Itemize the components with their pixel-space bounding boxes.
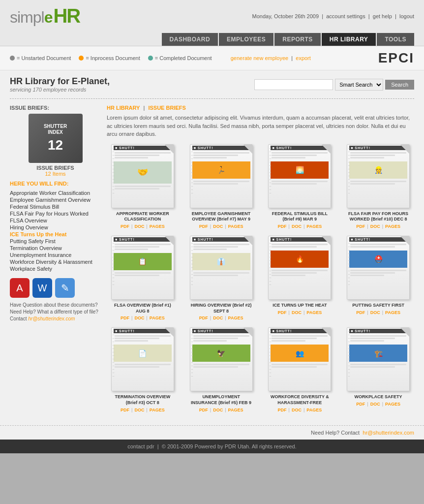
doc-thumb-workplace-safety[interactable]: ■ SHUTT! 🏗️	[347, 327, 410, 391]
doc-doc-unemployment[interactable]: DOC	[213, 408, 223, 412]
doc-thumb-hiring[interactable]: ■ SHUTT! 👔	[190, 236, 253, 300]
footer-help-email[interactable]: hr@shutterindex.com	[363, 430, 414, 436]
doc-links-flsa-fair: PDF | DOC | PAGES	[356, 224, 400, 229]
doc-card-termination: ■ SHUTT! 📄 TERMINATION OVERVIEW (Brief #…	[107, 327, 179, 412]
legend-completed-text: = Completed Document	[155, 55, 212, 61]
sidebar-link-worker[interactable]: Appropriate Worker Classification	[10, 189, 101, 196]
legend-links: generate new employee | export	[231, 55, 311, 61]
sidebar: ISSUE BRIEFS: SHUTTERINDEX 12 ISSUE BRIE…	[10, 105, 101, 419]
sidebar-link-flsa-fair[interactable]: FLSA Fair Pay for Hours Worked	[10, 210, 101, 217]
sidebar-link-hiring[interactable]: Hiring Overview	[10, 224, 101, 231]
doc-pages-stimulus[interactable]: PAGES	[306, 224, 322, 229]
doc-thumb-worker[interactable]: ■ SHUTT! 🤝	[111, 144, 174, 208]
doc-doc-stimulus[interactable]: DOC	[292, 224, 302, 229]
doc-pages-workplace-safety[interactable]: PAGES	[385, 402, 400, 407]
sidebar-link-garnishment[interactable]: Employee Garnishment Overview	[10, 196, 101, 203]
doc-pdf-workplace-safety[interactable]: PDF	[356, 402, 365, 407]
library-title: HR Library for E-Planet, servicing 170 e…	[10, 76, 110, 93]
nav-employees[interactable]: EMPLOYEES	[219, 33, 273, 46]
doc-pdf-putting-safety[interactable]: PDF	[356, 310, 365, 315]
pages-icon[interactable]: ✎	[55, 278, 75, 298]
doc-links-diversity: PDF | DOC | PAGES	[278, 408, 322, 412]
nav-dashboard[interactable]: DASHBOARD	[162, 33, 218, 46]
doc-pages-worker[interactable]: PAGES	[150, 224, 165, 229]
thumb-box-num: 12	[48, 137, 63, 153]
doc-doc-flsa-fair[interactable]: DOC	[370, 224, 380, 229]
doc-pdf-garnishment[interactable]: PDF	[199, 224, 208, 229]
doc-pdf-hiring[interactable]: PDF	[199, 315, 208, 320]
sidebar-link-unemployment[interactable]: Unemployment Insurance	[10, 252, 101, 258]
nav-reports[interactable]: REPORTS	[274, 33, 321, 46]
doc-pages-unemployment[interactable]: PAGES	[228, 408, 243, 412]
footer-copyright: © 2001-2009 Powered by PDR Utah. All rig…	[162, 443, 297, 449]
breadcrumb-hr-library[interactable]: HR LIBRARY	[107, 105, 140, 111]
footer-contact-link[interactable]: contact pdr	[127, 443, 154, 449]
doc-links-stimulus: PDF | DOC | PAGES	[278, 224, 322, 229]
doc-thumb-garnishment[interactable]: ■ SHUTT! 🏃	[190, 144, 253, 208]
pdf-icon[interactable]: A	[10, 278, 30, 298]
sidebar-link-ice[interactable]: ICE Turns Up the Heat	[10, 231, 101, 238]
export-link[interactable]: export	[296, 55, 311, 61]
doc-pages-flsa[interactable]: PAGES	[150, 315, 165, 320]
doc-doc-workplace-safety[interactable]: DOC	[370, 402, 380, 407]
doc-doc-putting-safety[interactable]: DOC	[370, 310, 380, 315]
subheader: = Unstarted Document = Inprocess Documen…	[0, 46, 424, 70]
doc-doc-garnishment[interactable]: DOC	[213, 224, 223, 229]
generate-link[interactable]: generate new employee	[231, 55, 288, 61]
doc-pages-putting-safety[interactable]: PAGES	[385, 310, 400, 315]
doc-pages-ice[interactable]: PAGES	[306, 310, 322, 315]
doc-pages-hiring[interactable]: PAGES	[228, 315, 243, 320]
doc-pdf-ice[interactable]: PDF	[278, 310, 287, 315]
logout-link[interactable]: logout	[399, 13, 414, 19]
doc-thumb-unemployment[interactable]: ■ SHUTT! 🦅	[190, 327, 253, 391]
search-input[interactable]	[254, 79, 333, 90]
thumb-box[interactable]: SHUTTERINDEX 12	[29, 114, 83, 163]
word-icon[interactable]: W	[32, 278, 52, 298]
breadcrumb-issue-briefs[interactable]: ISSUE BRIEFS	[148, 105, 185, 111]
legend-completed: = Completed Document	[148, 55, 212, 61]
doc-pdf-stimulus[interactable]: PDF	[278, 224, 287, 229]
search-button[interactable]: Search	[385, 80, 414, 90]
sidebar-contact-email[interactable]: hr@shutterindex.com	[28, 316, 75, 321]
sidebar-link-stimulus[interactable]: Federal Stimulus Bill	[10, 203, 101, 210]
doc-pdf-worker[interactable]: PDF	[121, 224, 129, 229]
sidebar-link-workplace[interactable]: Workplace Safety	[10, 265, 101, 272]
doc-pages-diversity[interactable]: PAGES	[306, 408, 322, 412]
doc-pdf-flsa[interactable]: PDF	[121, 315, 129, 320]
doc-pages-termination[interactable]: PAGES	[150, 408, 165, 412]
doc-title-garnishment: EMPLOYEE GARNISHMENT OVERVIEW (Brief #7)…	[190, 211, 253, 222]
doc-pages-garnishment[interactable]: PAGES	[228, 224, 243, 229]
get-help-link[interactable]: get help	[373, 13, 392, 19]
doc-card-diversity: ■ SHUTT! 👥 WORKFORCE DIVERSITY & HARASSM…	[264, 327, 336, 412]
doc-doc-flsa[interactable]: DOC	[134, 315, 144, 320]
doc-doc-worker[interactable]: DOC	[134, 224, 144, 229]
dot-completed	[148, 56, 153, 61]
doc-card-putting-safety: ■ SHUTT! ⛑️ PUTTING SAFETY FIRST PDF | D…	[342, 236, 414, 320]
doc-thumb-flsa-fair[interactable]: ■ SHUTT! 👷	[347, 144, 410, 208]
doc-img-stimulus: 🌅	[271, 161, 329, 179]
sidebar-link-diversity[interactable]: Workforce Diversity & Harassment	[10, 258, 101, 265]
doc-doc-termination[interactable]: DOC	[134, 408, 144, 412]
search-type-select[interactable]: Smart Search	[335, 79, 383, 91]
sidebar-link-flsa[interactable]: FLSA Overview	[10, 217, 101, 224]
doc-thumb-putting-safety[interactable]: ■ SHUTT! ⛑️	[347, 236, 410, 300]
doc-doc-ice[interactable]: DOC	[292, 310, 302, 315]
doc-doc-hiring[interactable]: DOC	[213, 315, 223, 320]
doc-thumb-diversity[interactable]: ■ SHUTT! 👥	[268, 327, 331, 391]
doc-thumb-termination[interactable]: ■ SHUTT! 📄	[111, 327, 174, 391]
doc-pdf-termination[interactable]: PDF	[121, 408, 129, 412]
doc-thumb-ice[interactable]: ■ SHUTT! 🔥	[268, 236, 331, 300]
doc-doc-diversity[interactable]: DOC	[292, 408, 302, 412]
sidebar-link-termination[interactable]: Termination Overview	[10, 245, 101, 252]
doc-pdf-unemployment[interactable]: PDF	[199, 408, 208, 412]
doc-thumb-flsa[interactable]: ■ SHUTT! 📋	[111, 236, 174, 300]
doc-title-diversity: WORKFORCE DIVERSITY & HARASSMENT-FREE	[268, 394, 331, 406]
doc-pdf-flsa-fair[interactable]: PDF	[356, 224, 365, 229]
nav-hr-library[interactable]: HR LIBRARY	[322, 33, 376, 46]
doc-pdf-diversity[interactable]: PDF	[278, 408, 287, 412]
doc-pages-flsa-fair[interactable]: PAGES	[385, 224, 400, 229]
nav-tools[interactable]: TOOLS	[377, 33, 414, 46]
doc-thumb-stimulus[interactable]: ■ SHUTT! 🌅	[268, 144, 331, 208]
account-settings-link[interactable]: account settings	[326, 13, 365, 19]
sidebar-link-safety[interactable]: Putting Safety First	[10, 238, 101, 245]
